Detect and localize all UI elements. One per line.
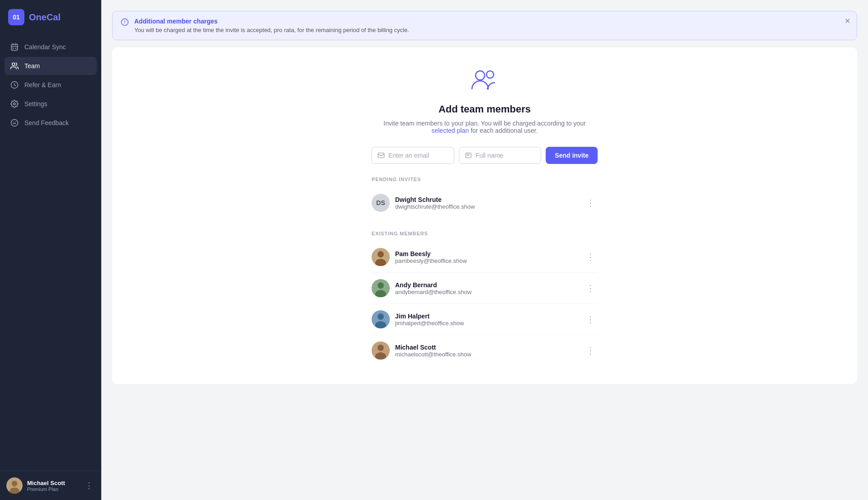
member-more-button[interactable]: ⋮ xyxy=(583,343,598,358)
pending-invites-section: PENDING INVITES DS Dwight Schrute dwight… xyxy=(372,177,598,218)
sidebar-item-team[interactable]: Team xyxy=(5,57,97,75)
footer-user-name: Michael Scott xyxy=(27,480,79,486)
selected-plan-link[interactable]: selected plan xyxy=(431,127,469,134)
alert-title: Additional member charges xyxy=(134,18,849,25)
member-info: Pam Beesly pambeesly@theoffice.show xyxy=(395,250,578,264)
send-invite-button[interactable]: Send invite xyxy=(546,147,598,164)
svg-point-27 xyxy=(377,313,384,320)
feedback-icon xyxy=(10,118,19,127)
logo-text: OneCal xyxy=(29,12,61,23)
alert-content: Additional member charges You will be ch… xyxy=(134,18,849,33)
existing-members-section: EXISTING MEMBERS Pam Beesly pambeesly@th… xyxy=(372,231,598,366)
svg-point-21 xyxy=(377,251,384,257)
svg-point-24 xyxy=(377,282,384,289)
team-subtitle: Invite team members to your plan. You wi… xyxy=(383,120,585,134)
sidebar-item-send-feedback[interactable]: Send Feedback xyxy=(5,114,97,132)
email-input-wrapper xyxy=(372,147,454,164)
member-info: Michael Scott michaelscott@theoffice.sho… xyxy=(395,344,578,358)
alert-close-button[interactable]: ✕ xyxy=(844,17,850,25)
sidebar-item-label: Settings xyxy=(24,100,47,107)
info-icon xyxy=(121,18,129,28)
more-options-button[interactable]: ⋮ xyxy=(83,479,95,492)
svg-rect-0 xyxy=(11,44,18,51)
team-card: Add team members Invite team members to … xyxy=(112,47,857,384)
table-row: Pam Beesly pambeesly@theoffice.show ⋮ xyxy=(372,242,598,273)
table-row: Jim Halpert jimhalpert@theoffice.show ⋮ xyxy=(372,304,598,335)
main-content: Additional member charges You will be ch… xyxy=(101,0,868,500)
email-input[interactable] xyxy=(388,147,448,164)
existing-members-list: Pam Beesly pambeesly@theoffice.show ⋮ xyxy=(372,242,598,366)
member-more-button[interactable]: ⋮ xyxy=(583,250,598,264)
avatar xyxy=(372,248,390,266)
member-name: Jim Halpert xyxy=(395,313,578,320)
member-more-button[interactable]: ⋮ xyxy=(583,281,598,295)
invite-form: Send invite xyxy=(372,147,598,164)
member-more-button[interactable]: ⋮ xyxy=(583,196,598,210)
pending-invites-list: DS Dwight Schrute dwightschrute@theoffic… xyxy=(372,187,598,218)
pending-invites-label: PENDING INVITES xyxy=(372,177,598,182)
footer-user-plan: Premium Plan xyxy=(27,486,79,492)
member-name: Pam Beesly xyxy=(395,250,578,257)
avatar xyxy=(6,477,23,494)
member-email: jimhalpert@theoffice.show xyxy=(395,320,578,327)
member-more-button[interactable]: ⋮ xyxy=(583,312,598,327)
calendar-sync-icon xyxy=(10,42,19,51)
member-name: Dwight Schrute xyxy=(395,196,578,203)
avatar: DS xyxy=(372,194,390,212)
member-email: dwightschrute@theoffice.show xyxy=(395,203,578,210)
sidebar-nav: Calendar Sync Team Refer & Earn xyxy=(0,34,101,471)
logo-icon: 01 xyxy=(8,9,24,25)
alert-body: You will be charged at the time the invi… xyxy=(134,27,849,33)
table-row: Michael Scott michaelscott@theoffice.sho… xyxy=(372,335,598,366)
member-info: Jim Halpert jimhalpert@theoffice.show xyxy=(395,313,578,327)
svg-point-6 xyxy=(14,103,16,105)
table-row: Andy Bernard andybernard@theoffice.show … xyxy=(372,273,598,304)
svg-point-16 xyxy=(476,71,485,80)
sidebar-item-refer-earn[interactable]: Refer & Earn xyxy=(5,76,97,94)
sidebar-item-calendar-sync[interactable]: Calendar Sync xyxy=(5,38,97,56)
sidebar-item-label: Refer & Earn xyxy=(24,81,61,89)
svg-point-11 xyxy=(12,481,18,486)
svg-point-17 xyxy=(486,71,494,78)
member-info: Dwight Schrute dwightschrute@theoffice.s… xyxy=(395,196,578,210)
member-email: andybernard@theoffice.show xyxy=(395,289,578,295)
member-email: pambeesly@theoffice.show xyxy=(395,257,578,264)
existing-members-label: EXISTING MEMBERS xyxy=(372,231,598,236)
sidebar-item-label: Team xyxy=(24,62,40,70)
name-input-wrapper xyxy=(459,147,542,164)
settings-icon xyxy=(10,99,19,108)
person-icon xyxy=(465,152,472,159)
member-name: Michael Scott xyxy=(395,344,578,351)
sidebar-item-label: Calendar Sync xyxy=(24,43,66,51)
sidebar-item-label: Send Feedback xyxy=(24,119,69,126)
sidebar: 01 OneCal Calendar Sync xyxy=(0,0,101,500)
email-icon xyxy=(377,152,385,159)
member-name: Andy Bernard xyxy=(395,281,578,289)
table-row: DS Dwight Schrute dwightschrute@theoffic… xyxy=(372,187,598,218)
logo[interactable]: 01 OneCal xyxy=(0,0,101,34)
page-title: Add team members xyxy=(439,103,531,115)
svg-point-30 xyxy=(377,345,384,351)
name-input[interactable] xyxy=(476,147,536,164)
member-email: michaelscott@theoffice.show xyxy=(395,351,578,358)
team-members-icon xyxy=(470,65,499,96)
svg-rect-18 xyxy=(378,153,384,158)
refer-icon xyxy=(10,80,19,89)
avatar xyxy=(372,341,390,360)
svg-point-4 xyxy=(12,63,15,65)
alert-banner: Additional member charges You will be ch… xyxy=(112,11,857,40)
avatar xyxy=(372,279,390,297)
avatar xyxy=(372,310,390,328)
sidebar-item-settings[interactable]: Settings xyxy=(5,95,97,113)
member-info: Andy Bernard andybernard@theoffice.show xyxy=(395,281,578,295)
team-icon xyxy=(10,61,19,70)
sidebar-footer: Michael Scott Premium Plan ⋮ xyxy=(0,471,101,500)
footer-user-info: Michael Scott Premium Plan xyxy=(27,480,79,492)
